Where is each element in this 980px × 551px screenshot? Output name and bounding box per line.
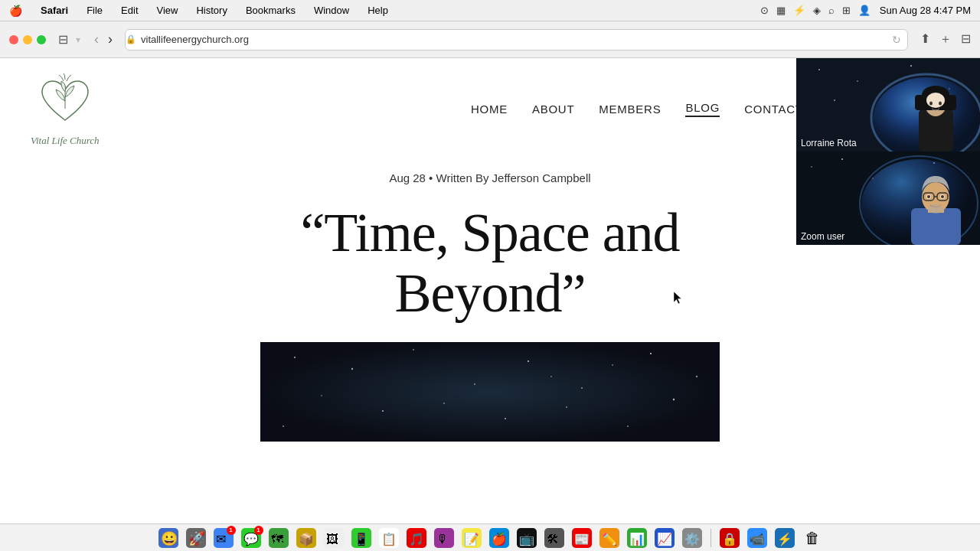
menu-edit[interactable]: Edit bbox=[118, 5, 141, 16]
dock-news[interactable]: 📰 bbox=[571, 527, 593, 549]
close-button[interactable] bbox=[9, 35, 18, 44]
svg-point-7 bbox=[581, 387, 583, 389]
menu-view[interactable]: View bbox=[154, 5, 181, 16]
menu-bar-icons: ⊙ ▦ ⚡ ◈ ⌕ ⊞ 👤 bbox=[760, 5, 871, 16]
reload-icon[interactable]: ↻ bbox=[892, 34, 901, 46]
dock-iphone-mirroring[interactable]: 🛠 bbox=[544, 527, 565, 549]
url-text: vitallifeenergychurch.org bbox=[141, 34, 249, 45]
share-icon[interactable]: ⬆ bbox=[920, 31, 930, 47]
nav-members[interactable]: MEMBERS bbox=[599, 103, 661, 116]
dock-finder[interactable]: 😀 bbox=[158, 527, 179, 549]
svg-point-16 bbox=[673, 399, 675, 400]
dock-messages[interactable]: 💬 1 bbox=[240, 527, 262, 549]
wifi-icon[interactable]: ◈ bbox=[813, 5, 821, 16]
menu-safari[interactable]: Safari bbox=[38, 5, 71, 16]
svg-point-32 bbox=[926, 93, 945, 108]
zoom-panel-1: Lorraine Rota bbox=[796, 58, 980, 152]
tabs-icon[interactable]: ⊟ bbox=[961, 31, 971, 47]
nav-home[interactable]: HOME bbox=[471, 103, 508, 116]
new-tab-icon[interactable]: ＋ bbox=[939, 31, 952, 47]
svg-text:🍎: 🍎 bbox=[492, 532, 507, 546]
dock-pages[interactable]: ✏️ bbox=[599, 527, 620, 549]
svg-point-8 bbox=[650, 353, 652, 354]
svg-text:🚀: 🚀 bbox=[188, 530, 206, 547]
svg-text:📰: 📰 bbox=[574, 532, 590, 546]
svg-point-24 bbox=[910, 65, 912, 67]
dock-mail[interactable]: ✉ 1 bbox=[213, 527, 234, 549]
dock-settings[interactable]: ⚙️ bbox=[681, 527, 703, 549]
dock-numbers[interactable]: 📊 bbox=[626, 527, 648, 549]
svg-point-18 bbox=[550, 376, 552, 377]
svg-point-36 bbox=[811, 166, 812, 168]
apple-menu[interactable]: 🍎 bbox=[9, 5, 22, 17]
menu-bookmarks[interactable]: Bookmarks bbox=[243, 5, 299, 16]
menu-help[interactable]: Help bbox=[364, 5, 391, 16]
svg-rect-42 bbox=[911, 208, 961, 245]
sidebar-toggle[interactable]: ⊟ bbox=[58, 32, 68, 47]
nav-arrows: ‹ › bbox=[91, 30, 116, 49]
dock-notes2[interactable]: 📝 bbox=[461, 527, 482, 549]
svg-text:⚡: ⚡ bbox=[777, 532, 792, 546]
forward-button[interactable]: › bbox=[105, 30, 116, 49]
fullscreen-button[interactable] bbox=[37, 35, 46, 44]
menu-file[interactable]: File bbox=[83, 5, 106, 16]
svg-text:🎙: 🎙 bbox=[436, 533, 449, 546]
sidebar-chevron: ▾ bbox=[76, 34, 80, 45]
svg-point-37 bbox=[841, 158, 843, 160]
svg-text:📦: 📦 bbox=[299, 532, 314, 546]
svg-point-11 bbox=[382, 410, 384, 412]
menu-bar: 🍎 Safari File Edit View History Bookmark… bbox=[0, 0, 980, 21]
lock-icon: 🔒 bbox=[126, 34, 136, 44]
zoom-label-1: Lorraine Rota bbox=[801, 138, 857, 148]
dock-launchpad[interactable]: 🚀 bbox=[185, 527, 207, 549]
website-content: Vital Life Church HOME ABOUT MEMBERS BLO… bbox=[0, 58, 980, 523]
minimize-button[interactable] bbox=[23, 35, 32, 44]
control-center-icon[interactable]: ⊞ bbox=[842, 5, 851, 16]
svg-text:📋: 📋 bbox=[381, 532, 397, 546]
dock-xcode[interactable]: ⚡ bbox=[774, 527, 795, 549]
dock-appletv[interactable]: 📺 bbox=[516, 527, 537, 549]
address-bar[interactable]: 🔒 vitallifeenergychurch.org ↻ bbox=[125, 29, 908, 51]
dock-maps[interactable]: 🗺 bbox=[268, 527, 289, 549]
svg-text:⚙️: ⚙️ bbox=[684, 532, 700, 546]
back-button[interactable]: ‹ bbox=[91, 30, 102, 49]
svg-text:🖼: 🖼 bbox=[326, 533, 338, 546]
dock-sketchbook[interactable]: 🔒 bbox=[719, 527, 740, 549]
nav-contact[interactable]: CONTACT bbox=[744, 103, 803, 116]
svg-point-3 bbox=[351, 368, 353, 370]
svg-point-10 bbox=[321, 396, 322, 397]
svg-text:✉: ✉ bbox=[216, 533, 226, 546]
svg-point-50 bbox=[927, 195, 930, 198]
site-logo bbox=[34, 70, 96, 132]
date-time: Sun Aug 28 4:47 PM bbox=[880, 5, 971, 16]
dock-notes[interactable]: 📦 bbox=[296, 527, 317, 549]
zoom-panel-2: Zoom user bbox=[796, 152, 980, 245]
dock-podcasts[interactable]: 🎙 bbox=[433, 527, 455, 549]
airdrop-icon[interactable]: ⊙ bbox=[760, 5, 769, 16]
bluetooth-icon[interactable]: ⚡ bbox=[793, 5, 805, 16]
svg-point-52 bbox=[928, 204, 943, 214]
user-icon[interactable]: 👤 bbox=[858, 5, 871, 16]
browser-chrome: ⊟ ▾ ‹ › 🔒 vitallifeenergychurch.org ↻ ⬆ … bbox=[0, 21, 980, 58]
dock-facetime[interactable]: 📱 bbox=[351, 527, 372, 549]
menu-history[interactable]: History bbox=[193, 5, 230, 16]
dock-trash[interactable]: 🗑 bbox=[802, 527, 823, 549]
nav-about[interactable]: ABOUT bbox=[532, 103, 574, 116]
svg-text:🎵: 🎵 bbox=[409, 532, 424, 546]
dock-keynote[interactable]: 📈 bbox=[654, 527, 675, 549]
dock-zoom[interactable]: 📹 bbox=[746, 527, 768, 549]
svg-text:🔒: 🔒 bbox=[722, 532, 737, 546]
display-icon[interactable]: ▦ bbox=[776, 5, 786, 16]
nav-blog[interactable]: BLOG bbox=[685, 101, 720, 117]
dock: 😀 🚀 ✉ 1 💬 1 🗺 📦 🖼 📱 📋 🎵 🎙 📝 🍎 📺 🛠 bbox=[0, 523, 980, 551]
menu-window[interactable]: Window bbox=[311, 5, 352, 16]
svg-point-22 bbox=[857, 80, 858, 82]
search-icon[interactable]: ⌕ bbox=[828, 5, 835, 16]
dock-music[interactable]: 🎵 bbox=[406, 527, 427, 549]
logo-text: Vital Life Church bbox=[31, 135, 100, 147]
dock-reminders[interactable]: 📋 bbox=[378, 527, 400, 549]
svg-point-51 bbox=[941, 195, 944, 198]
svg-text:😀: 😀 bbox=[161, 530, 178, 547]
dock-photos[interactable]: 🖼 bbox=[323, 527, 345, 549]
dock-appstore[interactable]: 🍎 bbox=[488, 527, 510, 549]
